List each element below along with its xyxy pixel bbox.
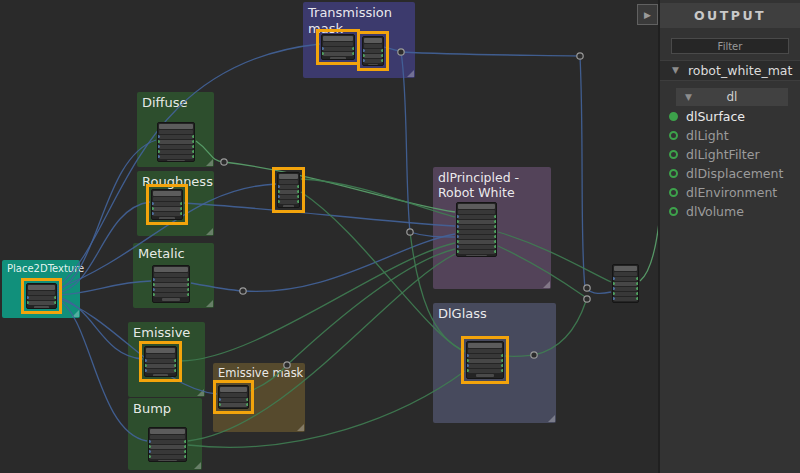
node-attribute-row[interactable] [150, 450, 185, 454]
input-port-icon[interactable] [612, 277, 615, 280]
wire-junction-dot[interactable] [407, 229, 413, 235]
connection-wire[interactable] [640, 120, 658, 281]
wire-junction-dot[interactable] [240, 288, 246, 294]
input-port-icon[interactable] [612, 282, 615, 285]
output-port-icon[interactable] [494, 235, 497, 238]
shader-node-surface-combiner-node[interactable] [612, 264, 639, 303]
node-attribute-row[interactable] [614, 272, 637, 276]
node-attribute-row[interactable] [614, 292, 637, 296]
node-attribute-row[interactable] [159, 140, 193, 144]
node-attribute-row[interactable] [458, 240, 495, 244]
node-attribute-row[interactable] [159, 155, 193, 159]
input-port-icon[interactable] [152, 283, 155, 286]
node-attribute-row[interactable] [458, 210, 495, 214]
node-attribute-row[interactable] [150, 445, 185, 449]
output-port-icon[interactable] [494, 220, 497, 223]
connection-wire[interactable] [250, 249, 455, 391]
output-port-icon[interactable] [184, 445, 187, 448]
connection-wire[interactable] [498, 232, 611, 282]
output-port-icon[interactable] [192, 155, 195, 158]
input-port-icon[interactable] [157, 155, 160, 158]
node-attribute-row[interactable] [458, 225, 495, 229]
wire-junction-dot[interactable] [398, 49, 404, 55]
port-dot-icon[interactable] [669, 150, 678, 159]
port-dot-icon[interactable] [669, 207, 678, 216]
wire-junction-dot[interactable] [284, 362, 290, 368]
output-port-icon[interactable] [192, 150, 195, 153]
node-attribute-row[interactable] [458, 245, 495, 249]
output-port-icon[interactable] [187, 293, 190, 296]
input-port-icon[interactable] [456, 250, 459, 253]
node-attribute-row[interactable] [458, 250, 495, 254]
node-attribute-row[interactable] [159, 130, 193, 134]
output-port-icon[interactable] [494, 250, 497, 253]
wire-junction-dot[interactable] [577, 53, 583, 59]
output-port-icon[interactable] [192, 140, 195, 143]
node-attribute-row[interactable] [458, 235, 495, 239]
input-port-icon[interactable] [148, 445, 151, 448]
connection-wire[interactable] [57, 297, 143, 359]
input-port-icon[interactable] [148, 455, 151, 458]
output-item-dlVolume[interactable]: dlVolume [660, 202, 800, 221]
input-port-icon[interactable] [157, 135, 160, 138]
output-port-icon[interactable] [184, 455, 187, 458]
input-port-icon[interactable] [148, 440, 151, 443]
connection-wire[interactable] [57, 298, 217, 394]
material-row[interactable]: ▼ robot_white_mat [660, 60, 800, 81]
input-port-icon[interactable] [456, 215, 459, 218]
port-dot-icon[interactable] [669, 169, 678, 178]
output-port-icon[interactable] [494, 215, 497, 218]
node-attribute-row[interactable] [614, 282, 637, 286]
output-port-icon[interactable] [494, 245, 497, 248]
shader-node-dlprincipled-node[interactable] [456, 202, 497, 257]
input-port-icon[interactable] [157, 140, 160, 143]
output-port-icon[interactable] [636, 282, 639, 285]
output-port-icon[interactable] [636, 287, 639, 290]
output-item-dlDisplacement[interactable]: dlDisplacement [660, 164, 800, 183]
group-row[interactable]: ▼ dl [676, 88, 788, 106]
output-item-dlLightFilter[interactable]: dlLightFilter [660, 145, 800, 164]
port-dot-icon[interactable] [669, 112, 678, 121]
shader-node-diffuse-node[interactable] [157, 122, 195, 162]
input-port-icon[interactable] [456, 240, 459, 243]
node-attribute-row[interactable] [154, 273, 188, 277]
port-dot-icon[interactable] [669, 131, 678, 140]
output-port-icon[interactable] [636, 277, 639, 280]
node-attribute-row[interactable] [458, 215, 495, 219]
input-port-icon[interactable] [148, 450, 151, 453]
node-attribute-row[interactable] [154, 278, 188, 282]
input-port-icon[interactable] [612, 297, 615, 300]
output-item-dlLight[interactable]: dlLight [660, 126, 800, 145]
wire-junction-dot[interactable] [531, 352, 537, 358]
connection-wire[interactable] [179, 243, 455, 361]
output-port-icon[interactable] [636, 292, 639, 295]
node-attribute-row[interactable] [614, 297, 637, 301]
filter-input[interactable] [671, 38, 789, 54]
port-dot-icon[interactable] [669, 188, 678, 197]
input-port-icon[interactable] [152, 278, 155, 281]
shader-node-bump-node[interactable] [148, 427, 187, 462]
output-port-icon[interactable] [187, 288, 190, 291]
input-port-icon[interactable] [152, 293, 155, 296]
output-port-icon[interactable] [184, 440, 187, 443]
wire-junction-dot[interactable] [221, 159, 227, 165]
connection-wire[interactable] [57, 44, 320, 287]
node-attribute-row[interactable] [154, 283, 188, 287]
connection-wire[interactable] [196, 141, 455, 212]
output-port-icon[interactable] [636, 297, 639, 300]
output-item-dlSurface[interactable]: dlSurface [660, 107, 800, 126]
output-port-icon[interactable] [187, 283, 190, 286]
wire-junction-dot[interactable] [584, 296, 590, 302]
node-attribute-row[interactable] [150, 455, 185, 459]
input-port-icon[interactable] [612, 287, 615, 290]
node-attribute-row[interactable] [159, 135, 193, 139]
node-attribute-row[interactable] [150, 440, 185, 444]
input-port-icon[interactable] [612, 292, 615, 295]
connection-wire[interactable] [57, 299, 147, 441]
input-port-icon[interactable] [456, 225, 459, 228]
output-port-icon[interactable] [187, 278, 190, 281]
node-attribute-row[interactable] [614, 287, 637, 291]
node-attribute-row[interactable] [159, 145, 193, 149]
input-port-icon[interactable] [157, 150, 160, 153]
input-port-icon[interactable] [456, 230, 459, 233]
